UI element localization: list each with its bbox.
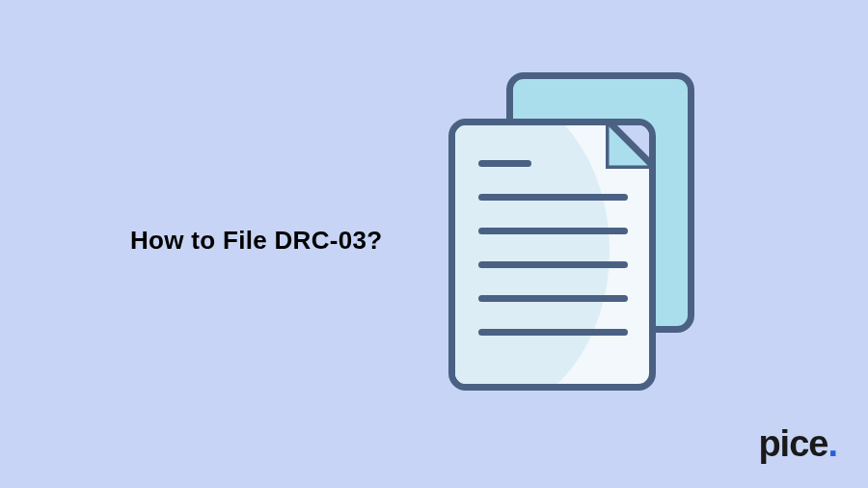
brand-dot: . (827, 423, 837, 464)
page-title: How to File DRC-03? (130, 226, 382, 256)
front-document-icon (448, 119, 656, 391)
brand-name: pice (758, 423, 827, 464)
document-text-lines (478, 160, 626, 363)
document-fold-border (606, 119, 656, 169)
brand-logo: pice. (758, 423, 837, 465)
